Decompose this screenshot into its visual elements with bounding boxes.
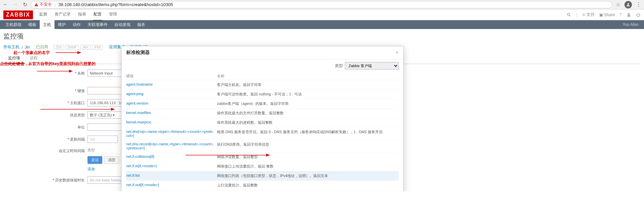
add-interval-link[interactable]: 添加 xyxy=(87,167,95,171)
browser-nav-icons: ← → ↻ xyxy=(3,1,27,8)
top-tab-3[interactable]: 配置 xyxy=(93,9,102,21)
breadcrumb-all-hosts[interactable]: 所有主机 xyxy=(3,44,20,50)
row-name: 网络冲突数量。返回整型 xyxy=(217,154,399,160)
modal-col-key: 键值 xyxy=(126,74,217,79)
row-key[interactable]: net.dns[<ip>,name,<type>,<timeout>,<coun… xyxy=(126,129,217,138)
row-name: 网络接口列表（包括接口类型，状态，IPv4地址，说明）。返回文本 xyxy=(217,173,399,178)
modal-col-name: 名称 xyxy=(217,74,224,79)
scheduling-button[interactable]: 调度 xyxy=(104,156,119,164)
search-icon[interactable] xyxy=(567,12,571,17)
update-interval-label: 更新间隔 xyxy=(70,137,85,141)
breadcrumb-chip: SNMP xyxy=(65,45,79,50)
unit-label: 单位 xyxy=(77,125,85,129)
row-key[interactable]: agent.version xyxy=(126,101,217,106)
custom-interval-label: 自定义时间间隔 xyxy=(59,149,85,153)
breadcrumb-chip: JMX xyxy=(80,45,91,50)
row-key[interactable]: net.if.in[if,<mode>] xyxy=(126,164,217,169)
header-sep: | xyxy=(576,12,577,17)
table-row[interactable]: net.if.collisions[if]网络冲突数量。返回整型 xyxy=(126,152,399,162)
status-badge: 已启用 xyxy=(36,44,48,50)
power-icon[interactable] xyxy=(636,12,641,17)
info-type-select[interactable] xyxy=(87,111,124,119)
support-link[interactable]: ⊙ 支持 xyxy=(582,12,595,18)
user-icon[interactable] xyxy=(627,12,631,17)
browser-menu-icon[interactable]: ⋮ xyxy=(636,1,641,8)
top-tab-4[interactable]: 管理 xyxy=(108,9,118,21)
page-title: 监控项 xyxy=(3,32,641,41)
sub-nav-item-1[interactable]: 模板 xyxy=(25,20,40,29)
interface-label: 主机接口 xyxy=(70,101,85,105)
top-tabs: 监测资产记录报表配置管理 xyxy=(38,9,118,21)
row-name: 执行DNS查询。返回字符串信息 xyxy=(217,142,399,150)
row-key[interactable]: net.if.collisions[if] xyxy=(126,154,217,160)
forward-icon[interactable]: → xyxy=(13,1,18,8)
table-row[interactable]: net.dns[<ip>,name,<type>,<timeout>,<coun… xyxy=(126,127,399,140)
top-tab-1[interactable]: 资产记录 xyxy=(54,9,71,21)
table-row[interactable]: agent.hostname客户端主机名。返回字符串 xyxy=(126,80,399,90)
header-right: | ⊙ 支持 ▣ Share ? xyxy=(567,12,641,18)
insecure-label: 不安全 xyxy=(40,2,52,7)
url-text: 39.108.140.0/zabbix/items.php?form=creat… xyxy=(58,2,173,7)
table-row[interactable]: agent.ping客户端可达性检查。返回 nothing - 不可达；1 - … xyxy=(126,90,399,99)
history-label: 历史数据保留时长 xyxy=(55,178,85,182)
sub-nav-item-4[interactable]: 动作 xyxy=(69,20,84,29)
url-bar[interactable]: 不安全 | 39.108.140.0/zabbix/items.php?form… xyxy=(31,1,612,8)
row-key[interactable]: kernel.maxproc xyxy=(126,120,217,125)
table-row[interactable]: net.if.total[if,<mode>]网络接口上传下载的流量总和。返回整… xyxy=(126,190,399,191)
table-row[interactable]: agent.versionzabbix客户端（agent）的版本。返回字符串 xyxy=(126,99,399,109)
top-tab-2[interactable]: 报表 xyxy=(77,9,87,21)
row-key[interactable]: agent.hostname xyxy=(126,82,217,87)
browser-right: ☆ ⋮ xyxy=(616,1,641,8)
row-key[interactable]: agent.ping xyxy=(126,92,217,97)
back-icon[interactable]: ← xyxy=(3,1,8,8)
modal-table: 键值 名称 agent.hostname客户端主机名。返回字符串agent.pi… xyxy=(121,72,403,191)
share-link[interactable]: ▣ Share xyxy=(599,12,615,17)
sub-nav-item-2[interactable]: 主机 xyxy=(40,20,55,29)
breadcrumb-chip: ZBX xyxy=(53,45,64,50)
close-icon[interactable]: × xyxy=(396,50,399,56)
sub-nav-item-6[interactable]: 自动发现 xyxy=(111,20,134,29)
row-name: 客户端可达性检查。返回 nothing - 不可达；1 - 可达 xyxy=(217,92,399,97)
annotation-name-hint: 起一个形象点的名字 xyxy=(13,50,50,56)
table-row[interactable]: net.if.list网络接口列表（包括接口类型，状态，IPv4地址，说明）。返… xyxy=(126,171,399,181)
modal-type-select[interactable]: Zabbix 客户端 xyxy=(345,62,399,69)
top-tab-0[interactable]: 监测 xyxy=(38,9,48,21)
row-key[interactable]: kernel.maxfiles xyxy=(126,111,217,116)
app-header: ZABBIX 监测资产记录报表配置管理 | ⊙ 支持 ▣ Share ? xyxy=(0,9,644,20)
insecure-badge: 不安全 xyxy=(34,2,52,7)
sub-nav-item-0[interactable]: 主机群组 xyxy=(2,20,25,29)
sub-nav-item-5[interactable]: 关联项事件 xyxy=(84,20,111,29)
breadcrumb-sep: / xyxy=(22,45,23,50)
row-key[interactable]: net.dns.record[<ip>,name,<type>,<timeout… xyxy=(126,142,217,150)
sub-nav-item-3[interactable]: 维护 xyxy=(55,20,69,29)
profile-avatar[interactable] xyxy=(624,1,632,8)
row-key[interactable]: net.if.out[if,<mode>] xyxy=(126,183,217,188)
row-name: 操作系统最大的进程数。返回整数 xyxy=(217,120,399,125)
url-separator: | xyxy=(55,2,56,7)
browser-bar: ← → ↻ 不安全 | 39.108.140.0/zabbix/items.ph… xyxy=(0,0,644,9)
breadcrumb-host[interactable]: Jin xyxy=(25,45,30,50)
zabbix-logo[interactable]: ZABBIX xyxy=(3,10,33,19)
row-name: 客户端主机名。返回字符串 xyxy=(217,82,399,87)
update-interval-input[interactable] xyxy=(87,136,118,143)
page-content: 监控项 所有主机 / Jin 已启用 ZBX SNMP JMX IPMI 应用集… xyxy=(0,29,644,191)
row-name: 操作系统最大的文件打开数量。返回整数 xyxy=(217,111,399,116)
bookmark-icon[interactable]: ☆ xyxy=(616,1,620,8)
sub-nav: 主机群组模板主机维护动作关联项事件自动发现服务 You-Men xyxy=(0,20,644,29)
flexible-button[interactable]: 灵活 xyxy=(87,156,102,164)
name-label: 名称 xyxy=(77,71,85,75)
table-row[interactable]: net.if.out[if,<mode>]上行流量统计。返回整数 xyxy=(126,181,399,190)
table-row[interactable]: kernel.maxfiles操作系统最大的文件打开数量。返回整数 xyxy=(126,109,399,118)
row-name: 网络接口上传流量统计。返回 整数 xyxy=(217,164,399,169)
sub-nav-item-7[interactable]: 服务 xyxy=(134,20,149,29)
row-name: zabbix客户端（agent）的版本。返回字符串 xyxy=(217,101,399,106)
row-key[interactable]: net.if.list xyxy=(126,173,217,178)
table-row[interactable]: net.if.in[if,<mode>]网络接口上传流量统计。返回 整数 xyxy=(126,162,399,171)
sub-nav-right: You-Men xyxy=(622,22,642,27)
annotation-key-hint: 点击此处键值，从官方自带的key里面找到自己想要的 xyxy=(0,61,96,67)
table-row[interactable]: kernel.maxproc操作系统最大的进程数。返回整数 xyxy=(126,118,399,127)
row-name: 检查 DNS 服务是否开启。返回 0 - DNS 服务关闭（服务未响应或DNS解… xyxy=(217,129,399,138)
table-row[interactable]: net.dns.record[<ip>,name,<type>,<timeout… xyxy=(126,140,399,152)
reload-icon[interactable]: ↻ xyxy=(23,1,27,8)
help-icon[interactable]: ? xyxy=(619,12,622,17)
